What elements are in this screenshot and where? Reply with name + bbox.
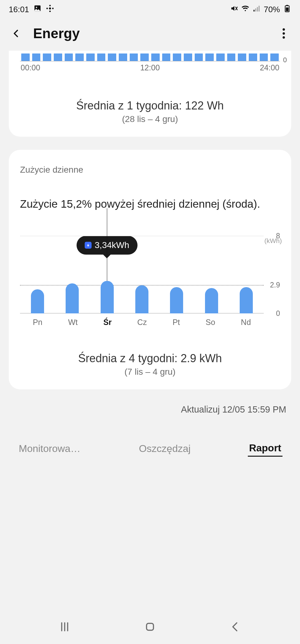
chevron-left-icon [12,29,21,38]
x-tick-label: So [206,318,215,327]
svg-rect-7 [253,10,254,11]
nav-home-button[interactable] [141,618,159,637]
hourly-summary-sub: (28 lis – 4 gru) [20,114,280,124]
back-icon [229,621,241,633]
svg-point-5 [46,8,48,9]
svg-rect-10 [258,6,259,11]
signal-icon [252,4,261,15]
hourly-mini-chart: 0 [20,52,280,61]
svg-point-6 [52,8,54,9]
svg-point-15 [282,32,285,34]
bottom-tabs: Monitorowa… Oszczędzaj Raport [0,424,300,470]
y-tick-max: 8 [276,232,280,240]
daily-headline: Zużycie 15,2% powyżej średniej dziennej … [20,196,280,211]
tab-save[interactable]: Oszczędzaj [138,441,192,456]
gallery-icon [33,4,42,15]
svg-point-1 [36,7,37,8]
hourly-x-tick: 12:00 [140,63,160,72]
svg-rect-8 [255,8,256,12]
hourly-summary-title: Średnia z 1 tygodnia: 122 Wh [20,99,280,112]
daily-bar[interactable] [170,287,183,313]
x-tick-label: Pn [33,318,42,327]
status-battery-text: 70% [264,5,280,14]
x-tick-label: Cz [137,318,147,327]
update-timestamp: Aktualizuj 12/05 15:59 PM [0,404,300,415]
recents-icon [59,621,71,633]
daily-bar[interactable] [101,281,114,313]
hourly-x-axis: 00:00 12:00 24:00 [20,63,280,72]
hourly-x-tick: 24:00 [260,63,279,72]
hourly-x-tick: 00:00 [21,63,40,72]
y-tick-zero: 0 [276,309,280,318]
daily-bar[interactable] [240,287,253,313]
hourly-average-card: 0 00:00 12:00 24:00 Średnia z 1 tygodnia… [9,51,291,137]
svg-point-14 [282,28,285,31]
svg-point-2 [49,7,51,9]
daily-summary-sub: (7 lis – 4 gru) [20,367,280,377]
x-tick-label: Pt [172,318,180,327]
status-time: 16:01 [9,5,29,14]
wifi-icon [241,4,249,15]
daily-section-label: Zużycie dzienne [20,165,280,175]
system-nav-bar [0,610,300,644]
nav-back-button[interactable] [226,618,244,637]
svg-rect-12 [286,5,288,6]
x-tick-label: Śr [103,318,112,327]
svg-point-4 [49,10,51,12]
home-icon [144,621,156,633]
svg-rect-13 [286,7,289,11]
y-tick-avg: 2.9 [270,281,280,289]
app-header: Energy [0,19,300,51]
svg-rect-9 [257,7,258,11]
daily-x-axis: PnWtŚrCzPtSoNd [20,318,264,327]
x-tick-label: Wt [68,318,78,327]
mute-icon [230,4,238,15]
tab-report[interactable]: Raport [248,440,282,457]
svg-point-16 [282,36,285,38]
more-vertical-icon [282,28,285,39]
daily-bar[interactable] [31,289,44,314]
daily-summary-title: Średnia z 4 tygodni: 2.9 kWh [20,352,280,365]
status-bar: 16:01 70% [0,0,300,19]
svg-point-3 [49,5,51,6]
more-options-button[interactable] [276,26,291,41]
smartthings-icon [46,4,54,15]
daily-usage-card: Zużycie dzienne Zużycie 15,2% powyżej śr… [9,150,291,389]
svg-rect-20 [147,623,153,630]
x-tick-label: Nd [241,318,251,327]
daily-bar[interactable] [205,288,218,313]
page-title: Energy [33,26,80,41]
daily-bar[interactable] [135,285,148,313]
tab-monitoring[interactable]: Monitorowa… [18,441,82,456]
back-button[interactable] [9,26,24,41]
daily-bar[interactable] [66,283,79,313]
nav-recents-button[interactable] [56,618,74,637]
hourly-y-zero: 0 [283,56,287,64]
daily-chart[interactable]: 3,34kWh (kWh) 8 2.9 0 PnWtŚrCzPtSoNd [20,236,280,327]
battery-icon [283,4,291,15]
